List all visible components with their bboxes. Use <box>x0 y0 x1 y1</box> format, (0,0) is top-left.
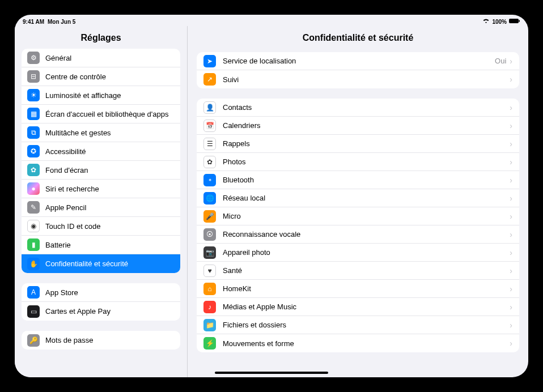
content-row-motion[interactable]: ⚡Mouvements et forme› <box>197 334 519 352</box>
control-center-icon: ⊟ <box>27 70 40 83</box>
chevron-right-icon: › <box>510 266 512 275</box>
content-row-health[interactable]: ♥Santé› <box>197 262 519 280</box>
sidebar-item-touch-id[interactable]: ◉Touch ID et code <box>22 217 180 236</box>
status-date: Mon Jun 5 <box>48 19 75 25</box>
sidebar-item-control-center[interactable]: ⊟Centre de contrôle <box>22 67 180 86</box>
reminders-icon: ☰ <box>203 138 216 150</box>
sidebar-item-siri[interactable]: ●Siri et recherche <box>22 180 180 198</box>
main-split: Réglages ⚙Général⊟Centre de contrôle☀Lum… <box>15 26 528 377</box>
content-row-local-network[interactable]: 🌐Réseau local› <box>197 189 519 207</box>
chevron-right-icon: › <box>510 176 512 185</box>
chevron-right-icon: › <box>510 284 512 293</box>
wifi-icon <box>482 18 490 25</box>
device-frame: 9:41 AM Mon Jun 5 100% Réglages ⚙Général… <box>0 0 543 392</box>
content-row-photos[interactable]: ✿Photos› <box>197 153 519 171</box>
chevron-right-icon: › <box>510 302 512 312</box>
sidebar-item-label: Luminosité et affichage <box>45 91 175 100</box>
multitasking-icon: ⧉ <box>27 126 40 139</box>
content-row-label: Contacts <box>223 103 510 112</box>
sidebar-item-accessibility[interactable]: ✪Accessibilité <box>22 142 180 161</box>
chevron-right-icon: › <box>510 230 512 239</box>
content-row-location[interactable]: ➤Service de localisationOui› <box>197 52 519 70</box>
content-row-label: Santé <box>223 266 510 275</box>
content-scroll[interactable]: ➤Service de localisationOui›↗Suivi›👤Cont… <box>188 49 528 377</box>
photos-icon: ✿ <box>203 156 216 168</box>
content-row-speech[interactable]: ⦿Reconnaissance vocale› <box>197 225 519 244</box>
content-row-label: Photos <box>223 157 510 166</box>
sidebar-group: ⚙Général⊟Centre de contrôle☀Luminosité e… <box>22 49 180 273</box>
tracking-icon: ↗ <box>203 73 216 86</box>
touch-id-icon: ◉ <box>27 220 40 232</box>
sidebar-item-label: Cartes et Apple Pay <box>45 307 175 316</box>
bluetooth-icon: ᛭ <box>203 174 216 186</box>
content-row-contacts[interactable]: 👤Contacts› <box>197 99 519 117</box>
speech-icon: ⦿ <box>203 228 216 241</box>
content-section: ➤Service de localisationOui›↗Suivi› <box>197 52 519 88</box>
sidebar-item-label: App Store <box>45 288 175 297</box>
svg-rect-0 <box>509 19 519 23</box>
sidebar-scroll[interactable]: ⚙Général⊟Centre de contrôle☀Luminosité e… <box>15 49 187 377</box>
content-row-calendars[interactable]: 📅Calendriers› <box>197 117 519 135</box>
media-icon: ♪ <box>203 301 216 313</box>
content-row-label: Réseau local <box>223 194 510 202</box>
content-row-media[interactable]: ♪Médias et Apple Music› <box>197 298 519 316</box>
sidebar-item-label: Écran d'accueil et bibliothèque d'apps <box>45 110 175 118</box>
content-row-label: Rappels <box>223 139 510 148</box>
sidebar-item-multitasking[interactable]: ⧉Multitâche et gestes <box>22 123 180 142</box>
siri-icon: ● <box>27 182 40 195</box>
chevron-right-icon: › <box>510 57 512 66</box>
location-icon: ➤ <box>203 55 216 67</box>
privacy-icon: ✋ <box>27 258 40 270</box>
sidebar-title: Réglages <box>15 26 187 49</box>
sidebar-item-pencil[interactable]: ✎Apple Pencil <box>22 198 180 217</box>
wallet-icon: ▭ <box>27 305 40 318</box>
content-row-microphone[interactable]: 🎤Micro› <box>197 207 519 225</box>
sidebar-item-label: Général <box>45 54 175 62</box>
sidebar-item-display[interactable]: ☀Luminosité et affichage <box>22 86 180 105</box>
content-row-label: Suivi <box>223 75 510 84</box>
content-row-label: Service de localisation <box>223 57 495 65</box>
sidebar: Réglages ⚙Général⊟Centre de contrôle☀Lum… <box>15 26 188 377</box>
content-row-label: Reconnaissance vocale <box>223 230 510 238</box>
sidebar-item-app-store[interactable]: AApp Store <box>22 283 180 302</box>
content-row-label: Calendriers <box>223 121 510 130</box>
sidebar-item-label: Accessibilité <box>45 147 175 156</box>
sidebar-item-label: Multitâche et gestes <box>45 129 175 137</box>
chevron-right-icon: › <box>510 75 512 84</box>
content-row-camera[interactable]: 📷Appareil photo› <box>197 244 519 262</box>
sidebar-item-label: Confidentialité et sécurité <box>45 259 175 268</box>
battery-icon <box>509 18 520 25</box>
chevron-right-icon: › <box>510 248 512 257</box>
passwords-icon: 🔑 <box>27 334 40 347</box>
sidebar-group: AApp Store▭Cartes et Apple Pay <box>22 283 180 321</box>
chevron-right-icon: › <box>510 157 512 167</box>
sidebar-item-wallpaper[interactable]: ✿Fond d'écran <box>22 161 180 180</box>
sidebar-item-privacy[interactable]: ✋Confidentialité et sécurité <box>22 254 180 273</box>
sidebar-item-passwords[interactable]: 🔑Mots de passe <box>22 331 180 350</box>
content-row-label: Mouvements et forme <box>223 339 510 348</box>
homekit-icon: ⌂ <box>203 283 216 295</box>
content-row-tracking[interactable]: ↗Suivi› <box>197 70 519 88</box>
sidebar-item-home-screen[interactable]: ▦Écran d'accueil et bibliothèque d'apps <box>22 105 180 123</box>
home-indicator[interactable] <box>215 372 328 374</box>
content-row-label: HomeKit <box>223 284 510 293</box>
general-icon: ⚙ <box>27 52 40 64</box>
content-section: 👤Contacts›📅Calendriers›☰Rappels›✿Photos›… <box>197 99 519 352</box>
svg-rect-1 <box>519 20 520 22</box>
content-row-homekit[interactable]: ⌂HomeKit› <box>197 280 519 298</box>
sidebar-item-battery[interactable]: ▮Batterie <box>22 236 180 254</box>
content-row-files[interactable]: 📁Fichiers et dossiers› <box>197 316 519 334</box>
battery-icon: ▮ <box>27 238 40 251</box>
sidebar-group: 🔑Mots de passe <box>22 331 180 350</box>
sidebar-item-wallet[interactable]: ▭Cartes et Apple Pay <box>22 302 180 321</box>
content-row-bluetooth[interactable]: ᛭Bluetooth› <box>197 171 519 189</box>
wallpaper-icon: ✿ <box>27 164 40 176</box>
chevron-right-icon: › <box>510 121 512 130</box>
content-row-reminders[interactable]: ☰Rappels› <box>197 135 519 153</box>
home-screen-icon: ▦ <box>27 108 40 120</box>
sidebar-item-label: Siri et recherche <box>45 185 175 193</box>
health-icon: ♥ <box>203 265 216 277</box>
sidebar-item-general[interactable]: ⚙Général <box>22 49 180 67</box>
chevron-right-icon: › <box>510 194 512 203</box>
sidebar-item-label: Fond d'écran <box>45 166 175 174</box>
